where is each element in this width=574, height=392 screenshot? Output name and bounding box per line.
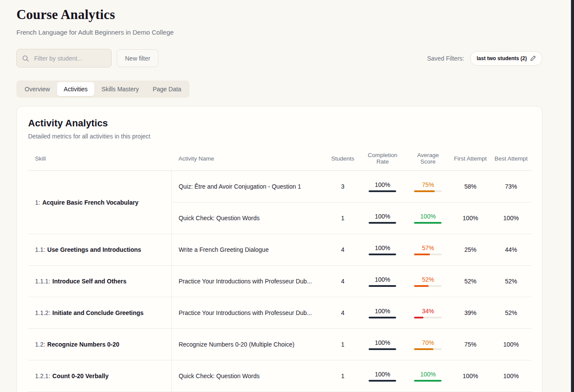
activity-name-cell: Practice Your Introductions with Profess… (171, 297, 326, 329)
skill-name: Count 0-20 Verbally (52, 373, 109, 379)
best-attempt-cell: 73% (491, 171, 532, 202)
card-subtitle: Detailed metrics for all activities in t… (28, 133, 532, 140)
average-score-cell: 100% (406, 202, 450, 234)
tab-activities[interactable]: Activities (57, 82, 94, 96)
students-cell: 3 (326, 171, 359, 202)
skill-cell: 1.2.1:Count 0-20 Verbally (28, 360, 171, 392)
average-score-cell: 34% (406, 297, 450, 329)
average-score-bar (414, 285, 442, 287)
first-attempt-cell: 39% (450, 297, 491, 329)
skill-name: Use Greetings and Introductions (47, 246, 141, 253)
average-score-bar (414, 348, 442, 350)
activity-name-cell: Write a French Greeting Dialogue (171, 234, 326, 266)
saved-filters: Saved Filters: last two students (2) (427, 51, 542, 66)
col-header-best: Best Attempt (491, 146, 532, 171)
average-score-bar (414, 190, 442, 192)
activity-name-cell: Quiz: Être and Avoir Conjugation - Quest… (171, 171, 326, 202)
students-cell: 1 (326, 329, 359, 360)
best-attempt-cell: 100% (491, 329, 532, 360)
best-attempt-cell: 52% (491, 266, 532, 297)
right-edge-strip (571, 0, 574, 392)
completion-rate-cell: 100% (359, 202, 406, 234)
completion-bar (369, 380, 396, 382)
activity-name-cell: Recognize Numbers 0-20 (Multiple Choice) (171, 329, 326, 360)
students-cell: 1 (326, 202, 359, 234)
best-attempt-cell: 44% (491, 234, 532, 266)
table-row: 1:Acquire Basic French Vocabulary Quiz: … (28, 171, 532, 202)
best-attempt-cell: 100% (491, 360, 532, 392)
skill-name: Acquire Basic French Vocabulary (42, 199, 138, 206)
new-filter-button[interactable]: New filter (117, 49, 158, 67)
search-input[interactable] (16, 49, 112, 67)
analytics-tabs: Overview Activities Skills Mastery Page … (16, 80, 189, 98)
saved-filter-chip[interactable]: last two students (2) (470, 51, 542, 66)
skill-group: 1.1:Use Greetings and Introductions Writ… (28, 234, 532, 266)
page-title: Course Analytics (16, 7, 542, 22)
table-row: 1.1:Use Greetings and Introductions Writ… (28, 234, 532, 266)
col-header-completion: Completion Rate (359, 146, 406, 171)
completion-rate-cell: 100% (359, 329, 406, 360)
col-header-students: Students (326, 146, 359, 171)
average-score-bar (414, 317, 442, 318)
skill-cell: 1.1.1:Introduce Self and Others (28, 266, 171, 297)
col-header-activity: Activity Name (171, 146, 326, 171)
edit-pencil-icon (530, 55, 536, 61)
students-cell: 4 (326, 297, 359, 329)
completion-rate-cell: 100% (359, 171, 406, 202)
col-header-first: First Attempt (450, 146, 491, 171)
skill-group: 1.2:Recognize Numbers 0-20 Recognize Num… (28, 329, 532, 360)
completion-rate-cell: 100% (359, 360, 406, 392)
skill-cell: 1.1.2:Initiate and Conclude Greetings (28, 297, 171, 329)
skill-name: Introduce Self and Others (52, 278, 126, 285)
average-score-cell: 70% (406, 329, 450, 360)
activity-name-cell: Quick Check: Question Words (171, 360, 326, 392)
filter-bar: New filter Saved Filters: last two stude… (16, 49, 542, 67)
skill-cell: 1.2:Recognize Numbers 0-20 (28, 329, 171, 360)
skill-code: 1.1: (35, 246, 45, 253)
search-icon (22, 55, 29, 62)
table-header-row: Skill Activity Name Students Completion … (28, 146, 532, 171)
tab-page-data[interactable]: Page Data (146, 82, 188, 96)
average-score-bar (414, 380, 442, 382)
tab-overview[interactable]: Overview (18, 82, 56, 96)
page-content: Course Analytics French Language for Adu… (16, 0, 542, 392)
average-score-bar (414, 254, 442, 255)
first-attempt-cell: 58% (450, 171, 491, 202)
best-attempt-cell: 52% (491, 297, 532, 329)
table-row: 1.1.2:Initiate and Conclude Greetings Pr… (28, 297, 532, 329)
activity-analytics-card: Activity Analytics Detailed metrics for … (16, 106, 542, 392)
completion-bar (369, 348, 396, 350)
students-cell: 4 (326, 266, 359, 297)
skill-name: Recognize Numbers 0-20 (47, 341, 119, 348)
tab-skills-mastery[interactable]: Skills Mastery (95, 82, 145, 96)
skill-code: 1.1.2: (35, 309, 50, 316)
completion-rate-cell: 100% (359, 266, 406, 297)
card-title: Activity Analytics (28, 118, 532, 129)
first-attempt-cell: 52% (450, 266, 491, 297)
average-score-bar (414, 222, 442, 224)
completion-bar (369, 190, 396, 192)
skill-code: 1.1.1: (35, 278, 50, 285)
average-score-cell: 100% (406, 360, 450, 392)
completion-rate-cell: 100% (359, 297, 406, 329)
table-row: 1.2.1:Count 0-20 Verbally Quick Check: Q… (28, 360, 532, 392)
skill-code: 1.2: (35, 341, 45, 348)
completion-bar (369, 254, 396, 255)
saved-filter-chip-label: last two students (2) (477, 55, 527, 61)
skill-group: 1.1.1:Introduce Self and Others Practice… (28, 266, 532, 297)
skill-group: 1.2.1:Count 0-20 Verbally Quick Check: Q… (28, 360, 532, 392)
skill-group: 1:Acquire Basic French Vocabulary Quiz: … (28, 171, 532, 234)
student-search (16, 49, 112, 67)
completion-bar (369, 222, 396, 224)
students-cell: 4 (326, 234, 359, 266)
skill-group: 1.1.2:Initiate and Conclude Greetings Pr… (28, 297, 532, 329)
first-attempt-cell: 75% (450, 329, 491, 360)
average-score-cell: 52% (406, 266, 450, 297)
first-attempt-cell: 25% (450, 234, 491, 266)
skill-code: 1.2.1: (35, 373, 50, 379)
skill-cell: 1.1:Use Greetings and Introductions (28, 234, 171, 266)
saved-filters-label: Saved Filters: (427, 55, 464, 62)
completion-rate-cell: 100% (359, 234, 406, 266)
page-subtitle: French Language for Adult Beginners in D… (16, 29, 542, 36)
average-score-cell: 57% (406, 234, 450, 266)
